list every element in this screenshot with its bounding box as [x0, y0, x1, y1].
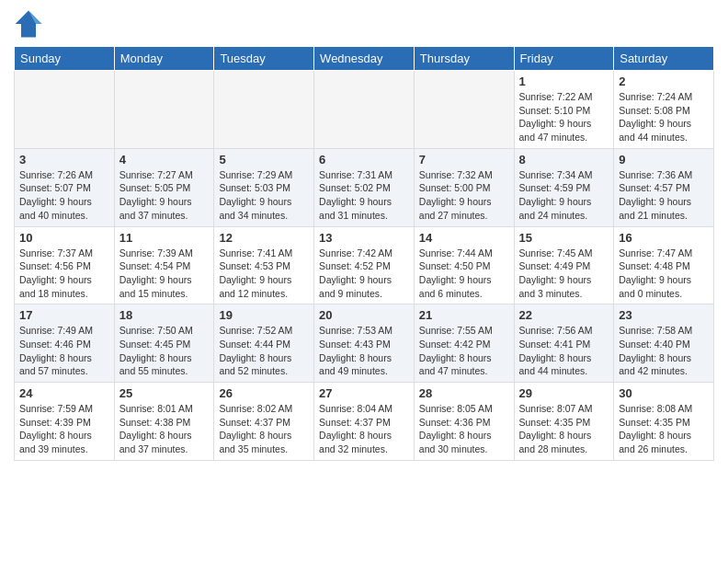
day-number: 30: [619, 386, 709, 400]
day-info: Sunrise: 8:01 AM Sunset: 4:38 PM Dayligh…: [119, 402, 210, 456]
page-container: SundayMondayTuesdayWednesdayThursdayFrid…: [0, 0, 728, 465]
week-row-4: 17Sunrise: 7:49 AM Sunset: 4:46 PM Dayli…: [15, 304, 714, 383]
calendar-cell: [114, 71, 214, 149]
calendar-cell: 5Sunrise: 7:29 AM Sunset: 5:03 PM Daylig…: [214, 148, 314, 226]
day-number: 3: [19, 153, 109, 167]
calendar-cell: 20Sunrise: 7:53 AM Sunset: 4:43 PM Dayli…: [314, 304, 415, 383]
day-info: Sunrise: 8:05 AM Sunset: 4:36 PM Dayligh…: [419, 402, 509, 456]
calendar-cell: [314, 71, 415, 149]
day-number: 26: [219, 386, 309, 400]
logo-icon: [14, 9, 43, 39]
week-row-5: 24Sunrise: 7:59 AM Sunset: 4:39 PM Dayli…: [15, 383, 714, 461]
day-number: 11: [119, 231, 210, 245]
day-info: Sunrise: 7:52 AM Sunset: 4:44 PM Dayligh…: [219, 324, 309, 378]
logo: [14, 9, 45, 39]
calendar-cell: 26Sunrise: 8:02 AM Sunset: 4:37 PM Dayli…: [214, 383, 314, 461]
calendar-cell: 22Sunrise: 7:56 AM Sunset: 4:41 PM Dayli…: [514, 304, 614, 383]
day-number: 18: [119, 308, 210, 322]
calendar-cell: 14Sunrise: 7:44 AM Sunset: 4:50 PM Dayli…: [414, 226, 514, 304]
day-info: Sunrise: 7:42 AM Sunset: 4:52 PM Dayligh…: [319, 247, 409, 301]
day-info: Sunrise: 7:47 AM Sunset: 4:48 PM Dayligh…: [619, 247, 709, 301]
calendar-cell: 4Sunrise: 7:27 AM Sunset: 5:05 PM Daylig…: [114, 148, 214, 226]
calendar: SundayMondayTuesdayWednesdayThursdayFrid…: [14, 46, 714, 461]
day-number: 29: [519, 386, 609, 400]
day-number: 21: [419, 308, 509, 322]
weekday-saturday: Saturday: [614, 47, 714, 71]
calendar-cell: 12Sunrise: 7:41 AM Sunset: 4:53 PM Dayli…: [214, 226, 314, 304]
day-info: Sunrise: 7:26 AM Sunset: 5:07 PM Dayligh…: [19, 168, 109, 223]
day-info: Sunrise: 8:02 AM Sunset: 4:37 PM Dayligh…: [219, 402, 309, 456]
day-info: Sunrise: 7:32 AM Sunset: 5:00 PM Dayligh…: [419, 168, 509, 223]
day-info: Sunrise: 7:50 AM Sunset: 4:45 PM Dayligh…: [119, 324, 210, 378]
day-number: 2: [619, 75, 709, 88]
calendar-cell: 8Sunrise: 7:34 AM Sunset: 4:59 PM Daylig…: [514, 148, 614, 226]
calendar-cell: 16Sunrise: 7:47 AM Sunset: 4:48 PM Dayli…: [614, 226, 714, 304]
day-info: Sunrise: 7:49 AM Sunset: 4:46 PM Dayligh…: [19, 324, 109, 378]
day-number: 1: [519, 75, 609, 88]
calendar-cell: 6Sunrise: 7:31 AM Sunset: 5:02 PM Daylig…: [314, 148, 415, 226]
week-row-3: 10Sunrise: 7:37 AM Sunset: 4:56 PM Dayli…: [15, 226, 714, 304]
calendar-cell: 15Sunrise: 7:45 AM Sunset: 4:49 PM Dayli…: [514, 226, 614, 304]
calendar-cell: 23Sunrise: 7:58 AM Sunset: 4:40 PM Dayli…: [614, 304, 714, 383]
day-info: Sunrise: 7:56 AM Sunset: 4:41 PM Dayligh…: [519, 324, 609, 378]
day-number: 17: [19, 308, 109, 322]
day-info: Sunrise: 7:45 AM Sunset: 4:49 PM Dayligh…: [519, 247, 609, 301]
day-number: 25: [119, 386, 210, 400]
day-number: 9: [619, 153, 709, 167]
day-info: Sunrise: 8:04 AM Sunset: 4:37 PM Dayligh…: [319, 402, 409, 456]
calendar-cell: [214, 71, 314, 149]
weekday-sunday: Sunday: [15, 47, 115, 71]
day-number: 5: [219, 153, 309, 167]
day-number: 24: [19, 386, 109, 400]
calendar-cell: 28Sunrise: 8:05 AM Sunset: 4:36 PM Dayli…: [414, 383, 514, 461]
day-info: Sunrise: 8:07 AM Sunset: 4:35 PM Dayligh…: [519, 402, 609, 456]
calendar-cell: 7Sunrise: 7:32 AM Sunset: 5:00 PM Daylig…: [414, 148, 514, 226]
day-info: Sunrise: 7:31 AM Sunset: 5:02 PM Dayligh…: [319, 168, 409, 223]
calendar-cell: 13Sunrise: 7:42 AM Sunset: 4:52 PM Dayli…: [314, 226, 415, 304]
day-number: 22: [519, 308, 609, 322]
day-info: Sunrise: 7:55 AM Sunset: 4:42 PM Dayligh…: [419, 324, 509, 378]
header: [14, 9, 714, 39]
calendar-cell: 30Sunrise: 8:08 AM Sunset: 4:35 PM Dayli…: [614, 383, 714, 461]
day-info: Sunrise: 7:24 AM Sunset: 5:08 PM Dayligh…: [619, 90, 709, 144]
weekday-friday: Friday: [514, 47, 614, 71]
day-info: Sunrise: 7:36 AM Sunset: 4:57 PM Dayligh…: [619, 168, 709, 223]
week-row-1: 1Sunrise: 7:22 AM Sunset: 5:10 PM Daylig…: [15, 71, 714, 149]
day-info: Sunrise: 8:08 AM Sunset: 4:35 PM Dayligh…: [619, 402, 709, 456]
day-number: 4: [119, 153, 210, 167]
day-number: 15: [519, 231, 609, 245]
day-number: 27: [319, 386, 409, 400]
calendar-cell: 3Sunrise: 7:26 AM Sunset: 5:07 PM Daylig…: [15, 148, 115, 226]
calendar-cell: 1Sunrise: 7:22 AM Sunset: 5:10 PM Daylig…: [514, 71, 614, 149]
weekday-monday: Monday: [114, 47, 214, 71]
day-info: Sunrise: 7:34 AM Sunset: 4:59 PM Dayligh…: [519, 168, 609, 223]
calendar-cell: 27Sunrise: 8:04 AM Sunset: 4:37 PM Dayli…: [314, 383, 415, 461]
calendar-cell: 9Sunrise: 7:36 AM Sunset: 4:57 PM Daylig…: [614, 148, 714, 226]
calendar-cell: [15, 71, 115, 149]
day-number: 7: [419, 153, 509, 167]
day-number: 28: [419, 386, 509, 400]
day-info: Sunrise: 7:59 AM Sunset: 4:39 PM Dayligh…: [19, 402, 109, 456]
day-info: Sunrise: 7:27 AM Sunset: 5:05 PM Dayligh…: [119, 168, 210, 223]
day-number: 23: [619, 308, 709, 322]
day-number: 19: [219, 308, 309, 322]
calendar-cell: 24Sunrise: 7:59 AM Sunset: 4:39 PM Dayli…: [15, 383, 115, 461]
weekday-header-row: SundayMondayTuesdayWednesdayThursdayFrid…: [15, 47, 714, 71]
week-row-2: 3Sunrise: 7:26 AM Sunset: 5:07 PM Daylig…: [15, 148, 714, 226]
day-number: 13: [319, 231, 409, 245]
day-info: Sunrise: 7:39 AM Sunset: 4:54 PM Dayligh…: [119, 247, 210, 301]
calendar-cell: [414, 71, 514, 149]
day-number: 10: [19, 231, 109, 245]
weekday-thursday: Thursday: [414, 47, 514, 71]
day-number: 12: [219, 231, 309, 245]
day-info: Sunrise: 7:44 AM Sunset: 4:50 PM Dayligh…: [419, 247, 509, 301]
day-info: Sunrise: 7:37 AM Sunset: 4:56 PM Dayligh…: [19, 247, 109, 301]
calendar-cell: 11Sunrise: 7:39 AM Sunset: 4:54 PM Dayli…: [114, 226, 214, 304]
calendar-cell: 17Sunrise: 7:49 AM Sunset: 4:46 PM Dayli…: [15, 304, 115, 383]
day-number: 14: [419, 231, 509, 245]
day-number: 8: [519, 153, 609, 167]
day-info: Sunrise: 7:41 AM Sunset: 4:53 PM Dayligh…: [219, 247, 309, 301]
calendar-cell: 25Sunrise: 8:01 AM Sunset: 4:38 PM Dayli…: [114, 383, 214, 461]
day-info: Sunrise: 7:53 AM Sunset: 4:43 PM Dayligh…: [319, 324, 409, 378]
weekday-wednesday: Wednesday: [314, 47, 415, 71]
